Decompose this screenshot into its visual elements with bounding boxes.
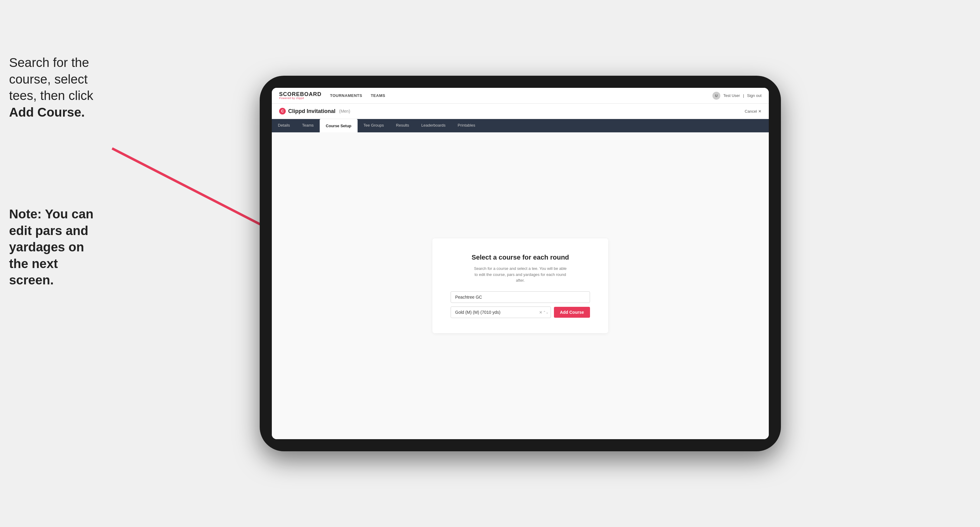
annotation-text: Search for the course, select tees, then…: [9, 54, 94, 121]
cancel-button[interactable]: Cancel ✕: [745, 109, 762, 114]
nav-left: SCOREBOARD Powered by clippd TOURNAMENTS…: [279, 92, 385, 100]
user-name: Test User: [723, 93, 740, 98]
tab-results[interactable]: Results: [390, 119, 415, 132]
nav-right: U Test User | Sign out: [713, 92, 762, 100]
nav-separator: |: [743, 93, 744, 98]
tournament-type: (Men): [339, 109, 350, 114]
logo: SCOREBOARD Powered by clippd: [279, 92, 321, 100]
tee-select-wrapper: Gold (M) (M) (7010 yds) ✕ ⌃⌄: [450, 306, 551, 318]
tournament-header: C Clippd Invitational (Men) Cancel ✕: [272, 103, 769, 119]
tab-bar: Details Teams Course Setup Tee Groups Re…: [272, 119, 769, 132]
tab-leaderboards[interactable]: Leaderboards: [415, 119, 452, 132]
nav-tournaments[interactable]: TOURNAMENTS: [330, 93, 362, 98]
main-content: Select a course for each round Search fo…: [272, 132, 769, 439]
card-description: Search for a course and select a tee. Yo…: [472, 266, 569, 284]
tablet-screen: SCOREBOARD Powered by clippd TOURNAMENTS…: [272, 88, 769, 439]
cancel-icon: ✕: [758, 109, 762, 114]
top-navbar: SCOREBOARD Powered by clippd TOURNAMENTS…: [272, 88, 769, 103]
tee-arrows-icon: ⌃⌄: [543, 310, 549, 314]
course-search-input[interactable]: [450, 291, 590, 303]
tee-select[interactable]: Gold (M) (M) (7010 yds): [450, 306, 551, 318]
tablet-device: SCOREBOARD Powered by clippd TOURNAMENTS…: [260, 76, 781, 451]
tab-printables[interactable]: Printables: [452, 119, 481, 132]
tournament-title-area: C Clippd Invitational (Men): [279, 108, 350, 114]
nav-teams[interactable]: TEAMS: [371, 93, 385, 98]
tab-course-setup[interactable]: Course Setup: [320, 119, 358, 132]
sign-out-link[interactable]: Sign out: [747, 93, 762, 98]
add-course-button[interactable]: Add Course: [554, 307, 590, 318]
tee-select-row: Gold (M) (M) (7010 yds) ✕ ⌃⌄ Add Course: [450, 306, 590, 318]
card-title: Select a course for each round: [450, 254, 590, 261]
tab-details[interactable]: Details: [272, 119, 296, 132]
tab-teams[interactable]: Teams: [296, 119, 320, 132]
tournament-icon: C: [279, 108, 286, 114]
course-card: Select a course for each round Search fo…: [433, 238, 608, 333]
tee-clear-button[interactable]: ✕: [539, 310, 542, 314]
user-avatar: U: [713, 92, 720, 100]
tab-tee-groups[interactable]: Tee Groups: [358, 119, 390, 132]
annotation-note: Note: You can edit pars and yardages on …: [9, 206, 103, 289]
tournament-name: Clippd Invitational: [288, 108, 336, 114]
